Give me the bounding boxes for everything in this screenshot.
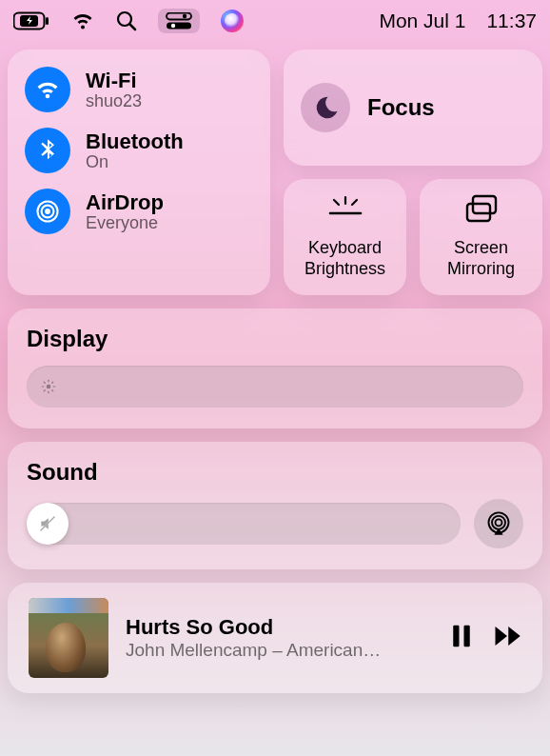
keyboard-brightness-label: Keyboard Brightness <box>304 238 385 279</box>
screen-mirroring-icon <box>462 194 501 229</box>
svg-line-3 <box>130 25 136 30</box>
keyboard-brightness-button[interactable]: Keyboard Brightness <box>284 179 406 295</box>
sound-volume-slider[interactable] <box>27 503 461 545</box>
siri-icon[interactable] <box>221 10 244 32</box>
speaker-muted-icon <box>38 514 57 533</box>
menubar-time[interactable]: 11:37 <box>486 10 537 32</box>
bluetooth-icon <box>25 128 70 173</box>
wifi-icon <box>25 67 70 112</box>
svg-point-5 <box>183 14 187 18</box>
next-button[interactable] <box>493 622 521 654</box>
svg-line-12 <box>334 200 339 205</box>
control-center-panel: Wi-Fi shuo23 Bluetooth On AirDrop <box>0 42 550 701</box>
focus-toggle[interactable]: Focus <box>284 50 542 166</box>
svg-line-13 <box>352 200 357 205</box>
sound-header: Sound <box>27 459 523 486</box>
sound-card: Sound <box>8 442 542 569</box>
svg-rect-31 <box>453 626 459 647</box>
svg-line-24 <box>44 390 45 391</box>
svg-point-28 <box>496 519 502 526</box>
svg-point-17 <box>47 385 51 389</box>
battery-icon[interactable] <box>13 11 49 30</box>
svg-point-7 <box>171 24 175 28</box>
svg-rect-1 <box>46 17 49 25</box>
media-title: Hurts So Good <box>126 615 430 640</box>
airdrop-toggle[interactable]: AirDrop Everyone <box>25 189 253 234</box>
media-subtitle: John Mellencamp – American… <box>126 640 430 661</box>
connectivity-card: Wi-Fi shuo23 Bluetooth On AirDrop <box>8 50 270 295</box>
menubar: Mon Jul 1 11:37 <box>0 0 550 42</box>
display-card: Display <box>8 308 542 428</box>
display-brightness-slider[interactable] <box>27 366 523 408</box>
svg-rect-6 <box>167 23 191 30</box>
wifi-icon[interactable] <box>70 11 95 30</box>
media-card[interactable]: Hurts So Good John Mellencamp – American… <box>8 583 542 693</box>
album-art <box>29 598 108 678</box>
pause-button[interactable] <box>447 622 476 654</box>
svg-rect-4 <box>167 13 191 20</box>
spotlight-icon[interactable] <box>116 10 137 31</box>
svg-point-8 <box>45 209 50 214</box>
bluetooth-subtitle: On <box>86 152 184 172</box>
svg-rect-32 <box>464 626 470 647</box>
moon-icon <box>301 83 350 132</box>
airdrop-subtitle: Everyone <box>86 213 164 233</box>
bluetooth-toggle[interactable]: Bluetooth On <box>25 128 253 173</box>
svg-line-23 <box>52 390 53 391</box>
wifi-subtitle: shuo23 <box>86 91 142 111</box>
brightness-low-icon <box>40 378 57 395</box>
svg-line-22 <box>44 382 45 383</box>
svg-line-25 <box>52 382 53 383</box>
airdrop-icon <box>25 189 70 234</box>
bluetooth-title: Bluetooth <box>86 129 184 154</box>
wifi-title: Wi-Fi <box>86 69 142 93</box>
screen-mirroring-label: Screen Mirroring <box>447 238 515 279</box>
control-center-icon[interactable] <box>158 9 200 33</box>
focus-label: Focus <box>367 94 435 121</box>
airplay-audio-button[interactable] <box>474 499 523 548</box>
airplay-icon <box>485 510 512 537</box>
svg-point-29 <box>492 516 505 529</box>
volume-knob[interactable] <box>27 503 69 545</box>
keyboard-brightness-icon <box>326 194 364 229</box>
menubar-date[interactable]: Mon Jul 1 <box>379 10 465 32</box>
airdrop-title: AirDrop <box>86 190 164 215</box>
display-header: Display <box>27 326 523 352</box>
screen-mirroring-button[interactable]: Screen Mirroring <box>420 179 542 295</box>
wifi-toggle[interactable]: Wi-Fi shuo23 <box>25 67 253 112</box>
